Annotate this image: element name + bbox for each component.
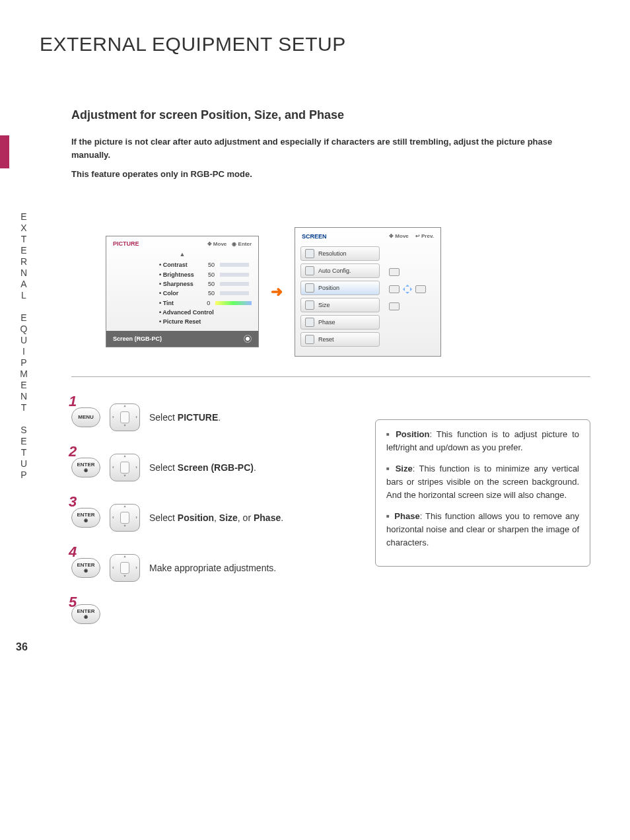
step-3: 3 ENTER◉ ˄˅‹› Select Position, Size, or …: [71, 504, 349, 532]
step-4-text: Make appropriate adjustments.: [149, 563, 276, 573]
step-1: 1 MENU ˄ ˅ ‹ › Select PICTURE.: [71, 403, 349, 431]
step-1-number: 1: [69, 393, 77, 410]
screen-item-reset: Reset: [300, 332, 380, 347]
step-5-number: 5: [69, 594, 77, 611]
screen-hint-move: Move: [395, 233, 408, 239]
intro-2: This feature operates only in RGB-PC mod…: [40, 168, 590, 181]
arrow-right-icon: ➜: [271, 283, 283, 300]
step-2-number: 2: [69, 443, 77, 460]
position-dpad-icon: [402, 284, 413, 295]
enter-dot-icon: [244, 335, 252, 343]
step-2: 2 ENTER◉ ˄˅‹› Select Screen (RGB-PC).: [71, 454, 349, 481]
info-phase: Phase: This function allows you to remov…: [386, 510, 579, 549]
row-reset: • Picture Reset: [159, 317, 201, 326]
step-4: 4 ENTER◉ ˄˅‹› Make appropriate adjustmen…: [71, 554, 349, 582]
screen-item-size: Size: [300, 298, 380, 312]
row-tint: • Tint: [159, 298, 197, 308]
side-tab: [0, 135, 9, 168]
divider: [71, 376, 590, 377]
page-number: 36: [16, 641, 28, 653]
row-color: • Color: [159, 289, 200, 298]
picture-osd-title: PICTURE: [113, 240, 139, 247]
picture-osd-panel: PICTURE ✥ Move ◉ Enter ▲ • Contrast50 • …: [106, 236, 259, 347]
nav-down-icon: ˅: [123, 424, 126, 430]
info-position: Position: This function is to adjust pic…: [386, 428, 579, 454]
position-box-right-icon: [415, 285, 426, 293]
step-4-number: 4: [69, 543, 77, 561]
nav-button[interactable]: ˄˅‹›: [110, 454, 140, 481]
step-2-text: Select Screen (RGB-PC).: [149, 462, 256, 473]
row-contrast: • Contrast: [159, 260, 200, 269]
nav-button[interactable]: ˄˅‹›: [110, 504, 140, 532]
screen-item-resolution: Resolution: [300, 246, 380, 261]
position-box-left-icon: [389, 285, 400, 293]
subtitle: Adjustment for screen Position, Size, an…: [40, 108, 590, 122]
info-size: Size: This function is to minimize any v…: [386, 462, 579, 502]
autoconfig-preview-icon: [389, 268, 400, 276]
enter-button[interactable]: ENTER◉: [71, 508, 100, 528]
picture-footer: Screen (RGB-PC): [113, 335, 162, 342]
screen-hint-prev: Prev.: [421, 233, 434, 239]
enter-button[interactable]: ENTER◉: [71, 458, 100, 477]
picture-hint-enter: Enter: [238, 241, 252, 247]
screen-osd-title: SCREEN: [302, 233, 327, 240]
picture-hint-move: Move: [213, 241, 227, 247]
enter-button[interactable]: ENTER◉: [71, 558, 100, 578]
osd-panels: PICTURE ✥ Move ◉ Enter ▲ • Contrast50 • …: [106, 227, 590, 357]
side-label: EXTERNAL EQUIPMENT SETUP: [18, 211, 29, 481]
nav-right-icon: ›: [135, 414, 137, 420]
size-preview-icon: [389, 302, 400, 310]
nav-button[interactable]: ˄˅‹›: [110, 554, 140, 582]
screen-osd-panel: SCREEN ✥ Move ↩ Prev. Resolution Auto Co…: [295, 227, 441, 357]
menu-button[interactable]: MENU: [71, 407, 100, 427]
step-3-number: 3: [69, 493, 77, 510]
step-1-text: Select PICTURE.: [149, 412, 221, 423]
row-brightness: • Brightness: [159, 270, 200, 279]
screen-item-phase: Phase: [300, 315, 380, 330]
page-title: EXTERNAL EQUIPMENT SETUP: [40, 33, 590, 55]
nav-up-icon: ˄: [123, 405, 126, 411]
intro-1: If the picture is not clear after auto a…: [40, 135, 590, 161]
step-3-text: Select Position, Size, or Phase.: [149, 512, 283, 523]
nav-button[interactable]: ˄ ˅ ‹ ›: [110, 403, 140, 431]
row-sharpness: • Sharpness: [159, 279, 200, 289]
info-box: Position: This function is to adjust pic…: [375, 419, 590, 567]
scroll-up-icon: ▲: [106, 251, 258, 258]
nav-left-icon: ‹: [112, 414, 114, 420]
step-5: 5 ENTER◉: [71, 604, 349, 624]
screen-item-position: Position: [300, 281, 380, 295]
screen-item-autoconfig: Auto Config.: [300, 263, 380, 278]
row-advanced: • Advanced Control: [159, 308, 214, 317]
